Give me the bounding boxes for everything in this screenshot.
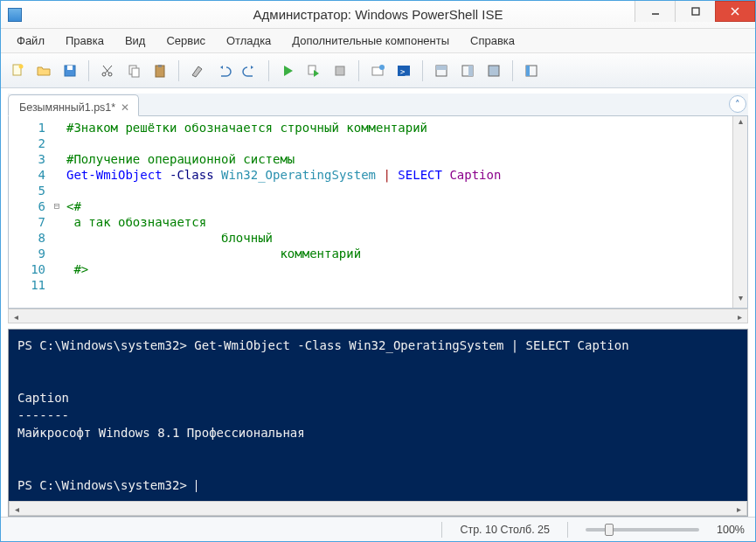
pane-max-button[interactable]: [482, 59, 505, 82]
code-line[interactable]: #Знаком решётки обозначается строчный ко…: [66, 120, 729, 136]
toolbar-separator: [268, 60, 269, 81]
chevron-up-icon: ˄: [735, 99, 740, 110]
copy-button[interactable]: [122, 59, 145, 82]
open-button[interactable]: [32, 59, 55, 82]
status-bar: Стр. 10 Столб. 25 100%: [1, 517, 755, 541]
menu-help[interactable]: Справка: [460, 31, 525, 51]
save-button[interactable]: [59, 59, 81, 82]
console-header: Caption: [17, 391, 69, 405]
fold-column[interactable]: ⊟: [51, 116, 63, 308]
code-line[interactable]: [66, 183, 729, 198]
line-number-gutter: 1234567891011: [9, 116, 51, 308]
editor-vertical-scrollbar[interactable]: ▴ ▾: [732, 116, 747, 308]
line-number: 4: [9, 167, 45, 183]
cut-button[interactable]: [96, 59, 119, 82]
cursor-icon: [196, 480, 197, 492]
menu-file[interactable]: Файл: [6, 31, 55, 51]
menu-edit[interactable]: Правка: [55, 31, 114, 51]
new-file-button[interactable]: [6, 59, 29, 82]
start-powershell-button[interactable]: >_: [392, 59, 415, 82]
menu-bar: Файл Правка Вид Сервис Отладка Дополните…: [1, 29, 755, 53]
fold-marker[interactable]: [51, 230, 63, 246]
fold-marker[interactable]: [51, 136, 63, 151]
redo-button[interactable]: [239, 59, 261, 82]
toolbar-separator: [358, 60, 359, 81]
minimize-button[interactable]: [635, 1, 675, 22]
code-line[interactable]: <#: [66, 198, 729, 214]
console-command: Get-WmiObject -Class Win32_OperatingSyst…: [187, 338, 629, 352]
svg-rect-13: [132, 68, 139, 77]
code-line[interactable]: блочный: [66, 230, 729, 246]
svg-point-19: [379, 65, 385, 70]
line-number: 6: [9, 198, 45, 214]
app-icon: [8, 8, 22, 22]
code-line[interactable]: Get-WmiObject -Class Win32_OperatingSyst…: [66, 167, 729, 183]
toolbar-separator: [422, 60, 423, 81]
menu-addons[interactable]: Дополнительные компоненты: [281, 31, 460, 51]
pane-right-button[interactable]: [456, 59, 479, 82]
run-selection-button[interactable]: [302, 59, 325, 82]
fold-marker[interactable]: [51, 183, 63, 198]
clear-button[interactable]: [186, 59, 209, 82]
scroll-right-icon[interactable]: ▸: [732, 309, 747, 323]
code-area[interactable]: #Знаком решётки обозначается строчный ко…: [63, 116, 732, 308]
run-script-button[interactable]: [276, 59, 299, 82]
scroll-left-icon[interactable]: ◂: [10, 502, 24, 515]
fold-marker[interactable]: [51, 120, 63, 136]
pane-top-button[interactable]: [430, 59, 453, 82]
code-line[interactable]: [66, 136, 729, 151]
maximize-button[interactable]: [675, 1, 715, 22]
fold-marker[interactable]: [51, 151, 63, 167]
fold-marker[interactable]: [51, 214, 63, 230]
zoom-level: 100%: [717, 524, 745, 536]
console-value: Майкрософт Windows 8.1 Профессиональная: [17, 426, 305, 440]
stop-button[interactable]: [329, 59, 351, 82]
window-controls: [635, 1, 755, 28]
console-output[interactable]: PS C:\Windows\system32> Get-WmiObject -C…: [9, 330, 747, 501]
svg-rect-26: [489, 66, 499, 76]
command-addon-button[interactable]: [520, 59, 543, 82]
toolbar-separator: [512, 60, 513, 81]
menu-tools[interactable]: Сервис: [156, 31, 216, 51]
line-number: 3: [9, 151, 45, 167]
editor-horizontal-scrollbar[interactable]: ◂ ▸: [8, 309, 748, 323]
line-number: 10: [9, 261, 45, 277]
fold-marker[interactable]: ⊟: [51, 198, 63, 214]
svg-rect-7: [67, 66, 73, 70]
fold-marker[interactable]: [51, 246, 63, 261]
code-line[interactable]: а так обозначается: [66, 214, 729, 230]
line-number: 7: [9, 214, 45, 230]
close-button[interactable]: [715, 1, 755, 22]
code-line[interactable]: [66, 277, 729, 293]
script-editor[interactable]: 1234567891011 ⊟ #Знаком решётки обознача…: [8, 116, 748, 309]
zoom-slider[interactable]: [586, 528, 699, 532]
menu-view[interactable]: Вид: [114, 31, 156, 51]
editor-tabs: Безымянный1.ps1* ✕ ˄: [8, 94, 748, 116]
svg-rect-28: [526, 66, 530, 76]
toolbar-separator: [88, 60, 89, 81]
line-number: 9: [9, 246, 45, 261]
code-line[interactable]: #Получение операционной системы: [66, 151, 729, 167]
line-number: 1: [9, 120, 45, 136]
new-remote-tab-button[interactable]: [366, 59, 389, 82]
scroll-right-icon[interactable]: ▸: [732, 502, 746, 515]
scroll-up-icon[interactable]: ▴: [733, 116, 747, 131]
scroll-down-icon[interactable]: ▾: [733, 293, 747, 308]
line-number: 8: [9, 230, 45, 246]
tab-close-icon[interactable]: ✕: [121, 101, 129, 114]
fold-marker[interactable]: [51, 277, 63, 293]
undo-button[interactable]: [212, 59, 235, 82]
code-line[interactable]: комментарий: [66, 246, 729, 261]
line-number: 5: [9, 183, 45, 198]
svg-rect-17: [336, 66, 344, 75]
code-line[interactable]: #>: [66, 261, 729, 277]
tab-untitled1[interactable]: Безымянный1.ps1* ✕: [8, 94, 139, 116]
collapse-script-pane-button[interactable]: ˄: [729, 95, 746, 113]
menu-debug[interactable]: Отладка: [216, 31, 281, 51]
fold-marker[interactable]: [51, 167, 63, 183]
paste-button[interactable]: [149, 59, 171, 82]
scroll-left-icon[interactable]: ◂: [9, 309, 24, 323]
console-horizontal-scrollbar[interactable]: ◂ ▸: [9, 501, 747, 516]
zoom-thumb[interactable]: [605, 524, 614, 536]
fold-marker[interactable]: [51, 261, 63, 277]
